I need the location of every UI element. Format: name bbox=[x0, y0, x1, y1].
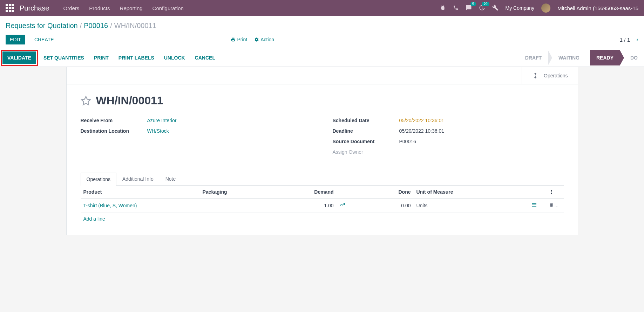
action-bar: VALIDATE SET QUANTITIES PRINT PRINT LABE… bbox=[0, 49, 644, 67]
bug-icon[interactable] bbox=[440, 5, 446, 12]
arrows-vertical-icon bbox=[532, 72, 539, 79]
topbar: Purchase Orders Products Reporting Confi… bbox=[0, 0, 644, 16]
status-bar: DRAFT WAITING READY DO bbox=[519, 50, 644, 65]
pager-prev[interactable]: ‹ bbox=[636, 36, 638, 43]
menu-products[interactable]: Products bbox=[89, 5, 110, 11]
action-dropdown[interactable]: Action bbox=[254, 37, 274, 42]
apps-icon[interactable] bbox=[6, 4, 14, 12]
cell-uom: Units bbox=[414, 199, 529, 213]
activities-icon[interactable]: 29 bbox=[479, 5, 485, 12]
set-quantities-button[interactable]: SET QUANTITIES bbox=[39, 51, 89, 64]
print-dropdown[interactable]: Print bbox=[231, 37, 247, 42]
print-button[interactable]: PRINT bbox=[89, 51, 114, 64]
cell-done: 0.00 bbox=[354, 199, 414, 213]
validate-button[interactable]: VALIDATE bbox=[2, 51, 36, 64]
status-done[interactable]: DO bbox=[624, 50, 644, 65]
svg-marker-0 bbox=[81, 96, 90, 105]
pager-value[interactable]: 1 / 1 bbox=[620, 37, 630, 43]
source-document-label: Source Document bbox=[333, 139, 399, 144]
breadcrumb-current: WH/IN/00011 bbox=[114, 22, 156, 29]
print-labels-button[interactable]: PRINT LABELS bbox=[114, 51, 159, 64]
receive-from-value[interactable]: Azure Interior bbox=[147, 118, 177, 123]
edit-button[interactable]: EDIT bbox=[6, 35, 25, 44]
deadline-label: Deadline bbox=[333, 128, 399, 134]
table-row[interactable]: T-shirt (Blue, S, Women) 1.00 0.00 Units… bbox=[81, 199, 564, 213]
operations-stat-button[interactable]: Operations bbox=[522, 67, 577, 84]
source-document-value: P00016 bbox=[399, 139, 416, 144]
app-title[interactable]: Purchase bbox=[20, 4, 49, 12]
gear-icon bbox=[254, 37, 259, 42]
menu-reporting[interactable]: Reporting bbox=[120, 5, 143, 11]
company-name[interactable]: My Company bbox=[506, 5, 534, 11]
col-packaging[interactable]: Packaging bbox=[200, 186, 277, 199]
column-options-icon[interactable]: ⋮ bbox=[549, 189, 554, 195]
tab-note[interactable]: Note bbox=[160, 172, 182, 185]
tools-icon[interactable] bbox=[492, 5, 499, 12]
print-icon bbox=[231, 37, 236, 42]
deadline-value: 05/20/2022 10:36:01 bbox=[399, 128, 444, 134]
phone-icon[interactable] bbox=[453, 5, 459, 12]
tab-operations[interactable]: Operations bbox=[81, 173, 116, 186]
col-demand[interactable]: Demand bbox=[277, 186, 337, 199]
details-icon[interactable] bbox=[531, 202, 537, 208]
forecast-icon[interactable] bbox=[339, 202, 345, 208]
scheduled-date-value: 05/20/2022 10:36:01 bbox=[399, 118, 444, 123]
scheduled-date-label: Scheduled Date bbox=[333, 118, 399, 123]
status-waiting[interactable]: WAITING bbox=[552, 50, 586, 65]
page-title: WH/IN/00011 bbox=[96, 94, 163, 107]
messages-badge: 5 bbox=[470, 2, 476, 6]
tab-additional-info[interactable]: Additional Info bbox=[116, 172, 160, 185]
cell-demand: 1.00 bbox=[277, 199, 337, 213]
activities-badge: 29 bbox=[482, 2, 489, 6]
col-done[interactable]: Done bbox=[354, 186, 414, 199]
status-ready[interactable]: READY bbox=[590, 50, 620, 65]
cell-packaging bbox=[200, 199, 277, 213]
col-uom[interactable]: Unit of Measure bbox=[414, 186, 529, 199]
unlock-button[interactable]: UNLOCK bbox=[159, 51, 190, 64]
top-menu: Orders Products Reporting Configuration bbox=[63, 5, 184, 11]
cell-product: T-shirt (Blue, S, Women) bbox=[81, 199, 200, 213]
user-name[interactable]: Mitchell Admin (15695063-saas-15 bbox=[557, 5, 638, 11]
status-draft[interactable]: DRAFT bbox=[519, 50, 548, 65]
breadcrumb-parent[interactable]: P00016 bbox=[84, 22, 108, 29]
menu-configuration[interactable]: Configuration bbox=[152, 5, 184, 11]
destination-label: Destination Location bbox=[81, 128, 147, 134]
messages-icon[interactable]: 5 bbox=[466, 5, 472, 12]
operations-table: Product Packaging Demand Done Unit of Me… bbox=[81, 186, 564, 213]
destination-value[interactable]: WH/Stock bbox=[147, 128, 169, 134]
star-icon[interactable] bbox=[81, 96, 91, 106]
breadcrumb-root[interactable]: Requests for Quotation bbox=[6, 22, 78, 29]
assign-owner[interactable]: Assign Owner bbox=[333, 149, 363, 155]
create-button[interactable]: CREATE bbox=[30, 35, 58, 44]
control-bar: Requests for Quotation/P00016/WH/IN/0001… bbox=[0, 16, 644, 49]
add-line-button[interactable]: Add a line bbox=[81, 213, 108, 225]
form-sheet: Operations WH/IN/00011 Receive FromAzure… bbox=[66, 67, 578, 235]
col-product[interactable]: Product bbox=[81, 186, 200, 199]
menu-orders[interactable]: Orders bbox=[63, 5, 80, 11]
delete-icon[interactable] bbox=[549, 202, 554, 207]
cancel-button[interactable]: CANCEL bbox=[190, 51, 220, 64]
receive-from-label: Receive From bbox=[81, 118, 147, 123]
avatar[interactable] bbox=[541, 4, 550, 13]
breadcrumb: Requests for Quotation/P00016/WH/IN/0001… bbox=[6, 22, 638, 30]
